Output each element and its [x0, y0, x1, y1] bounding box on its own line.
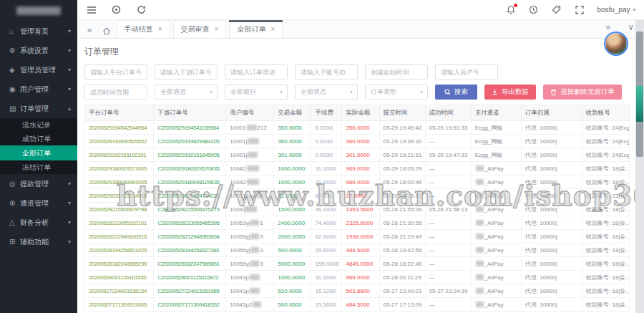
column-header: 提交时间	[379, 105, 425, 121]
scrollbar[interactable]	[635, 20, 644, 313]
tab-label: 交易审查	[181, 21, 210, 38]
chevron-down-icon: ▾	[68, 200, 71, 206]
status-select[interactable]: 全部状态 ▼	[295, 85, 358, 100]
cell-amount: 22.0000	[274, 189, 311, 203]
redacted-text	[476, 193, 484, 198]
merchant-no-input[interactable]	[435, 64, 498, 80]
subaccount-id-input[interactable]	[295, 64, 358, 80]
cell-downstream-order: C20200528194258327381	[154, 244, 226, 257]
cell-order-owner: 代理: 10000|	[521, 230, 582, 244]
cell-fee: 74.4000	[311, 216, 342, 230]
toolbar: bosfu_pay ▾	[77, 0, 644, 20]
user-menu[interactable]: bosfu_pay ▾	[597, 6, 635, 14]
downstream-order-input[interactable]	[155, 64, 218, 80]
tab-manual-settlement[interactable]: 手动结算 ×	[117, 20, 170, 38]
order-type-select[interactable]: 订单类型 ▼	[365, 85, 428, 100]
cell-amount: 500.0000	[274, 298, 311, 312]
delete-invalid-orders-button[interactable]: 选择删除无效订单	[543, 85, 622, 100]
close-icon[interactable]: ×	[215, 26, 219, 33]
orders-table: 平台订单号下游订单号商户编号交易金额手续费实际金额提交时间成功时间支付通道订单归…	[84, 105, 630, 313]
channel-select[interactable]: 全部通道 ▼	[155, 85, 218, 100]
sidebar-subitem[interactable]: 成功订单	[0, 132, 77, 145]
avatar-photo	[605, 33, 627, 54]
table-body: 20200529194542544954C2020052919454115596…	[85, 121, 630, 313]
bell-icon[interactable]	[505, 5, 516, 15]
sidebar-item-users[interactable]: ◉用户管理▾	[0, 80, 77, 99]
platform-order-input[interactable]	[84, 64, 147, 80]
cell-fee: 0.0030	[311, 148, 342, 162]
cell-actual-amount: 301.0000	[342, 148, 379, 162]
search-button[interactable]: 搜索	[435, 85, 477, 100]
fullscreen-icon[interactable]	[574, 5, 585, 15]
cell-downstream-order: C20200529194541155964	[154, 121, 226, 135]
sidebar-subitem[interactable]: 流水记录	[0, 118, 77, 132]
tools-icon: ⊞	[9, 238, 20, 246]
cell-amount: 2000.0000	[274, 230, 311, 244]
create-start-time-input[interactable]	[365, 64, 428, 80]
select-value: 订单类型	[371, 87, 396, 97]
cell-order-owner: 代理: 10000|	[521, 284, 582, 298]
sidebar-item-admin[interactable]: ◈管理员管理▾	[0, 60, 77, 80]
tabs-scroll-left-icon[interactable]: «	[83, 25, 97, 38]
cell-fee: 31.0000	[311, 271, 342, 284]
close-icon[interactable]: ×	[158, 26, 162, 33]
button-label: 选择删除无效订单	[560, 87, 615, 97]
cell-merchant-no: 10001j	[226, 135, 274, 148]
cell-submit-time: 05-28 21:29:49	[379, 230, 425, 244]
column-header: 交易金额	[274, 105, 311, 121]
cell-merchant-no: 1004	[226, 203, 274, 216]
table-row: 20200528213055102101C2020052821305546539…	[85, 216, 630, 230]
success-time-range-input[interactable]	[84, 85, 147, 100]
export-data-button[interactable]: 导出数据	[484, 85, 536, 100]
redacted-text	[247, 165, 259, 171]
table-row: 20200529031915514956C2020052903191473422…	[85, 189, 630, 203]
order-description-input[interactable]	[225, 64, 288, 80]
cell-payment-channel: _AliPay	[471, 244, 521, 257]
refresh-icon[interactable]	[136, 5, 147, 15]
select-value: 全部银行	[230, 87, 256, 97]
dot-circle-icon[interactable]	[111, 5, 122, 15]
cell-success-time: —	[425, 135, 471, 148]
sidebar-item-settings[interactable]: ⚙系统设置▾	[0, 41, 77, 60]
cell-downstream-order: C20200528213055465395	[154, 216, 226, 230]
cell-receiving-account: 收款账号: 18|金...	[582, 203, 629, 216]
cell-order-owner: 代理: 10000|	[521, 121, 582, 135]
cell-downstream-order: C20200527171309418352	[154, 298, 226, 312]
sidebar-item-label: 管理首页	[20, 27, 68, 37]
sidebar-item-channels[interactable]: ⊕通道管理▾	[0, 193, 77, 213]
collapse-menu-icon[interactable]	[86, 5, 97, 15]
sidebar-item-tools[interactable]: ⊞辅助功能▾	[0, 232, 77, 251]
clock-icon[interactable]	[528, 5, 539, 15]
sidebar-subitem[interactable]: 全部订单	[0, 145, 77, 160]
sidebar-item-orders[interactable]: ▤订单管理▴	[0, 99, 77, 118]
sidebar-item-home[interactable]: ⌂管理首页▾	[0, 21, 77, 41]
sidebar-subitem[interactable]: 冻结订单	[0, 160, 77, 174]
sidebar-item-finance[interactable]: △财务分析▾	[0, 213, 77, 232]
chevron-down-icon: ▾	[633, 7, 635, 13]
cell-platform-order: 20200529192151102101	[85, 148, 154, 162]
column-header: 实际金额	[342, 105, 379, 121]
cell-payment-channel: Ecgg_网银	[471, 148, 521, 162]
cell-submit-time: 05-29 18:05:29	[379, 162, 425, 175]
column-header: 手续费	[311, 105, 342, 121]
select-value: 全部通道	[160, 87, 186, 97]
bank-select[interactable]: 全部银行 ▼	[225, 85, 288, 100]
tab-all-orders[interactable]: 全部订单 ×	[229, 20, 283, 38]
cell-amount: 5000.0000	[274, 257, 311, 271]
cell-submit-time: 05-28 18:22:46	[379, 257, 425, 271]
cell-merchant-no: 10001j	[226, 148, 274, 162]
user-avatar[interactable]	[604, 32, 628, 56]
tab-transaction-review[interactable]: 交易审查 ×	[173, 20, 227, 38]
tag-icon[interactable]	[551, 5, 562, 15]
sidebar-item-withdraw[interactable]: ◎提款管理▾	[0, 174, 77, 193]
notification-badge	[514, 4, 517, 7]
cell-merchant-no: 10043p2	[226, 298, 274, 312]
cell-success-time: —	[425, 271, 471, 284]
cell-receiving-account: 收款账号: 18|金...	[582, 257, 629, 271]
chevron-up-icon: ▴	[68, 105, 71, 112]
home-tab-icon[interactable]	[97, 27, 117, 38]
redacted-text	[250, 247, 259, 253]
table-row: 20200529180529571005C2020052918052957083…	[85, 162, 630, 175]
cell-payment-channel: _AliPay	[471, 162, 521, 175]
close-icon[interactable]: ×	[270, 26, 275, 33]
